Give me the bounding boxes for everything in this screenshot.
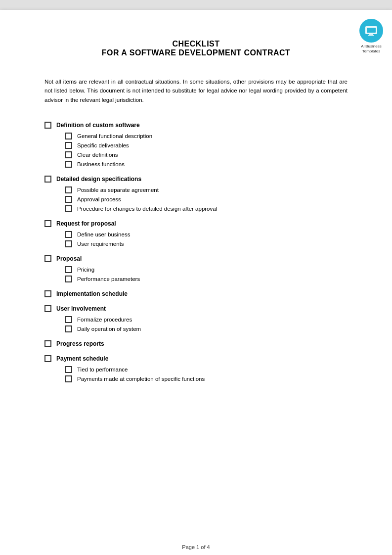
sub-checkbox-s4-1[interactable] [65,276,72,282]
svg-rect-1 [367,28,376,33]
section-item-s2: Detailed design specificationsPossible a… [44,176,348,212]
section-item-s4: ProposalPricingPerformance parameters [44,255,348,282]
sub-checkbox-s1-3[interactable] [65,161,72,168]
section-header-s2: Detailed design specifications [44,176,348,183]
sub-checkbox-s6-1[interactable] [65,325,72,332]
sub-items-s4: PricingPerformance parameters [65,266,348,282]
sub-label-s1-0: General functional description [77,133,152,139]
sub-label-s2-2: Procedure for changes to detailed design… [77,206,217,212]
sub-checkbox-s2-2[interactable] [65,205,72,212]
sub-checkbox-s2-0[interactable] [65,186,72,193]
section-header-s4: Proposal [44,255,348,262]
sub-label-s3-0: Define user business [77,231,130,237]
checkbox-s8[interactable] [44,355,51,362]
logo-area: AllBusinessTemplates [359,19,383,54]
section-item-s6: User involvementFormalize proceduresDail… [44,305,348,332]
logo-text: AllBusinessTemplates [361,44,381,54]
section-label-s1: Definition of custom software [56,122,140,129]
sub-checkbox-s8-0[interactable] [65,366,72,373]
sub-label-s1-3: Business functions [77,161,125,167]
section-label-s5: Implementation schedule [56,290,128,297]
list-item: Performance parameters [65,276,348,282]
sub-checkbox-s3-1[interactable] [65,240,72,247]
svg-rect-2 [369,34,373,35]
section-label-s2: Detailed design specifications [56,176,141,183]
checkbox-s6[interactable] [44,305,51,312]
sub-label-s6-1: Daily operation of system [77,326,141,332]
sub-label-s8-1: Payments made at completion of specific … [77,376,205,382]
sub-label-s2-1: Approval process [77,196,121,202]
section-item-s3: Request for proposalDefine user business… [44,220,348,247]
list-item: Possible as separate agreement [65,186,348,193]
section-header-s3: Request for proposal [44,220,348,227]
sub-checkbox-s4-0[interactable] [65,266,72,273]
sub-checkbox-s2-1[interactable] [65,196,72,203]
list-item: Approval process [65,196,348,203]
title-section: CHECKLIST FOR A SOFTWARE DEVELOPMENT CON… [44,40,348,57]
sub-checkbox-s1-2[interactable] [65,151,72,158]
section-item-s5: Implementation schedule [44,290,348,297]
sub-checkbox-s1-1[interactable] [65,142,72,149]
section-label-s8: Payment schedule [56,355,108,362]
list-item: General functional description [65,133,348,139]
checkbox-s2[interactable] [44,176,51,183]
checkbox-s7[interactable] [44,340,51,347]
section-header-s1: Definition of custom software [44,122,348,129]
sub-checkbox-s3-0[interactable] [65,231,72,238]
sub-checkbox-s6-0[interactable] [65,316,72,323]
sub-items-s8: Tied to performancePayments made at comp… [65,366,348,382]
section-label-s6: User involvement [56,305,106,312]
document-page: AllBusinessTemplates CHECKLIST FOR A SOF… [0,10,392,555]
sub-checkbox-s1-0[interactable] [65,133,72,139]
logo-icon [359,19,383,43]
checkbox-s1[interactable] [44,122,51,129]
list-item: Define user business [65,231,348,238]
list-item: User requirements [65,240,348,247]
list-item: Tied to performance [65,366,348,373]
page-footer: Page 1 of 4 [0,544,392,550]
sub-label-s4-1: Performance parameters [77,276,140,282]
section-header-s6: User involvement [44,305,348,312]
sub-checkbox-s8-1[interactable] [65,375,72,382]
list-item: Clear definitions [65,151,348,158]
list-item: Formalize procedures [65,316,348,323]
section-item-s8: Payment scheduleTied to performancePayme… [44,355,348,382]
sub-label-s8-0: Tied to performance [77,367,128,372]
sub-items-s1: General functional descriptionSpecific d… [65,133,348,168]
svg-rect-3 [368,35,374,36]
section-header-s5: Implementation schedule [44,290,348,297]
list-item: Business functions [65,161,348,168]
section-label-s3: Request for proposal [56,220,116,227]
checklist-container: Definition of custom softwareGeneral fun… [44,122,348,382]
section-item-s1: Definition of custom softwareGeneral fun… [44,122,348,168]
intro-paragraph: Not all items are relevant in all contra… [44,77,348,104]
section-label-s4: Proposal [56,255,82,262]
title-line2: FOR A SOFTWARE DEVELOPMENT CONTRACT [44,48,348,57]
section-header-s7: Progress reports [44,340,348,347]
sub-label-s2-0: Possible as separate agreement [77,187,159,193]
list-item: Payments made at completion of specific … [65,375,348,382]
title-line1: CHECKLIST [44,40,348,48]
section-header-s8: Payment schedule [44,355,348,362]
sub-label-s4-0: Pricing [77,267,94,273]
list-item: Pricing [65,266,348,273]
sub-label-s1-2: Clear definitions [77,152,118,158]
list-item: Procedure for changes to detailed design… [65,205,348,212]
sub-items-s2: Possible as separate agreementApproval p… [65,186,348,212]
sub-label-s6-0: Formalize procedures [77,317,132,323]
sub-label-s1-1: Specific deliverables [77,142,129,148]
sub-label-s3-1: User requirements [77,241,124,247]
checkbox-s5[interactable] [44,290,51,297]
checkbox-s3[interactable] [44,220,51,227]
checkbox-s4[interactable] [44,255,51,262]
section-item-s7: Progress reports [44,340,348,347]
list-item: Specific deliverables [65,142,348,149]
list-item: Daily operation of system [65,325,348,332]
sub-items-s6: Formalize proceduresDaily operation of s… [65,316,348,332]
sub-items-s3: Define user businessUser requirements [65,231,348,247]
section-label-s7: Progress reports [56,340,104,347]
